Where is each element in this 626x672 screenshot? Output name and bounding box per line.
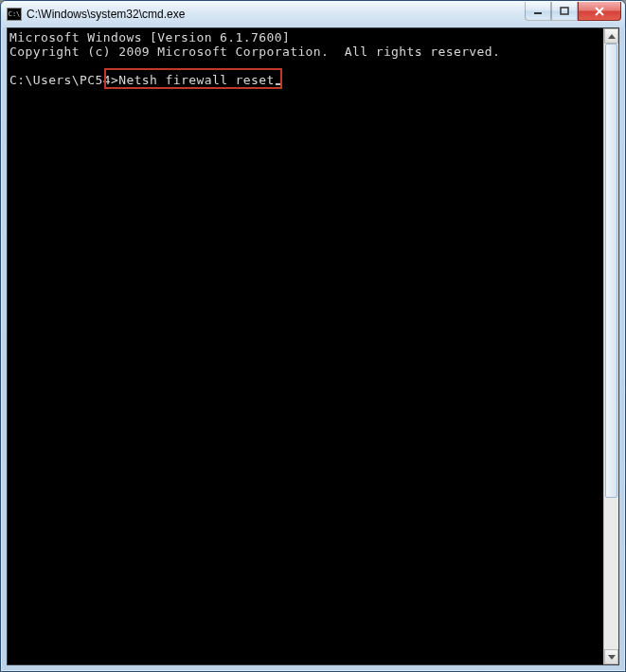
minimize-icon: [533, 7, 543, 16]
close-icon: [594, 7, 605, 16]
terminal-line: Copyright (c) 2009 Microsoft Corporation…: [9, 44, 500, 59]
chevron-up-icon: [608, 34, 616, 39]
maximize-icon: [560, 7, 569, 16]
scroll-thumb[interactable]: [605, 44, 617, 498]
terminal-client-area: Microsoft Windows [Version 6.1.7600] Cop…: [7, 27, 619, 665]
terminal-prompt: C:\Users\PC54>: [9, 73, 118, 87]
terminal-output[interactable]: Microsoft Windows [Version 6.1.7600] Cop…: [8, 28, 603, 664]
terminal-line: Microsoft Windows [Version 6.1.7600]: [9, 30, 290, 44]
cursor: [276, 83, 282, 85]
terminal-command: Netsh firewall reset: [118, 73, 275, 87]
cmd-window: C:\Windows\system32\cmd.exe Microsoft Wi…: [0, 0, 626, 672]
chevron-down-icon: [608, 655, 616, 660]
scroll-up-button[interactable]: [604, 28, 618, 44]
maximize-button[interactable]: [551, 2, 578, 21]
window-title: C:\Windows\system32\cmd.exe: [27, 8, 525, 21]
svg-rect-0: [534, 12, 542, 14]
scroll-down-button[interactable]: [604, 649, 618, 664]
close-button[interactable]: [578, 2, 621, 21]
scroll-track[interactable]: [604, 44, 618, 649]
vertical-scrollbar[interactable]: [603, 28, 618, 664]
minimize-button[interactable]: [525, 2, 551, 21]
cmd-icon: [7, 8, 22, 21]
window-controls: [525, 2, 621, 21]
svg-rect-1: [561, 8, 568, 14]
titlebar[interactable]: C:\Windows\system32\cmd.exe: [1, 1, 625, 27]
